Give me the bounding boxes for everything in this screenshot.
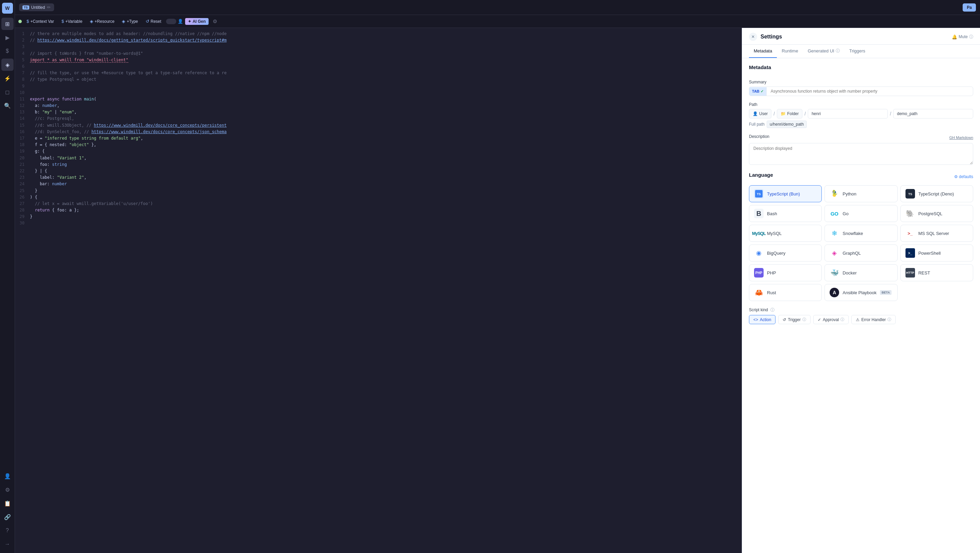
- code-line: 1// there are multiple modes to add as h…: [15, 31, 742, 37]
- user-icon: 👤: [753, 112, 758, 116]
- script-kind-options: <> Action ↺ Trigger ⓘ ✓ Approval ⓘ: [749, 315, 973, 324]
- context-var-button[interactable]: $ +Context Var: [24, 18, 57, 25]
- lang-docker[interactable]: 🐳 Docker: [824, 264, 897, 281]
- lang-python[interactable]: 🐍 Python: [824, 185, 897, 202]
- code-line: 23 label: "Variant 2",: [15, 174, 742, 181]
- lang-bigquery[interactable]: ◉ BigQuery: [749, 244, 822, 261]
- sidebar-item-flows[interactable]: ⚡: [2, 72, 14, 84]
- sidebar-item-audit[interactable]: 📋: [2, 497, 14, 509]
- script-kind-field: Script kind ⓘ <> Action ↺ Trigger ⓘ: [749, 307, 973, 324]
- code-line: 29}: [15, 214, 742, 220]
- app-logo[interactable]: W: [2, 3, 13, 14]
- trigger-info-icon: ⓘ: [802, 317, 806, 322]
- sidebar-item-search[interactable]: 🔍: [2, 99, 14, 112]
- kind-error-handler-button[interactable]: ⚠ Error Handler ⓘ: [851, 315, 896, 324]
- sidebar-item-deploy[interactable]: →: [2, 538, 14, 550]
- lang-powershell[interactable]: >_ PowerShell: [900, 244, 973, 261]
- bash-icon: B: [754, 209, 764, 218]
- tab-generated-ui[interactable]: Generated UI ⓘ: [803, 45, 845, 58]
- lang-snowflake[interactable]: ❄ Snowflake: [824, 225, 897, 242]
- rust-label: Rust: [767, 290, 776, 295]
- tab-badge: TAB ✓: [749, 87, 767, 96]
- docker-label: Docker: [843, 270, 856, 276]
- sidebar-item-scripts[interactable]: ◈: [2, 59, 14, 71]
- kind-trigger-button[interactable]: ↺ Trigger ⓘ: [778, 315, 811, 324]
- path-field: Path 👤 User / 📁 Folder / /: [749, 102, 973, 128]
- snowflake-label: Snowflake: [843, 231, 863, 236]
- toolbar-gear-icon[interactable]: ⚙: [211, 18, 219, 25]
- sidebar-item-settings[interactable]: ⚙: [2, 483, 14, 496]
- code-line: 7// fill the type, or use the +Resource …: [15, 70, 742, 76]
- rest-label: REST: [918, 270, 930, 276]
- status-dot: [18, 20, 22, 23]
- code-line: 6: [15, 63, 742, 70]
- code-editor[interactable]: 1// there are multiple modes to add as h…: [15, 28, 742, 553]
- type-button[interactable]: ◈ +Type: [119, 18, 140, 25]
- description-textarea[interactable]: [749, 143, 973, 165]
- settings-title: Settings: [760, 34, 782, 40]
- topbar-right-button[interactable]: Pa: [963, 3, 976, 11]
- path-name-input[interactable]: [893, 109, 973, 118]
- variable-button[interactable]: $ +Variable: [59, 18, 85, 25]
- sidebar-item-resources[interactable]: $: [2, 45, 14, 57]
- sidebar-item-run[interactable]: ▶: [2, 31, 14, 44]
- context-var-label: +Context Var: [30, 19, 54, 24]
- bigquery-icon: ◉: [754, 248, 764, 258]
- tab-triggers[interactable]: Triggers: [845, 45, 870, 58]
- settings-panel: ✕ Settings 🔔 Mute ⓘ Metadata Runtime Gen…: [742, 28, 980, 553]
- reset-button[interactable]: ↺ Reset: [143, 18, 164, 25]
- metadata-section-title: Metadata: [749, 64, 973, 70]
- code-line: 4// import { toWords } from "number-to-w…: [15, 50, 742, 57]
- file-tab[interactable]: TS Untitled ✏: [19, 3, 54, 11]
- resource-label: +Resource: [95, 19, 115, 24]
- code-line: 18 f = { nested: "object" },: [15, 142, 742, 148]
- lang-graphql[interactable]: ◈ GraphQL: [824, 244, 897, 261]
- mute-button[interactable]: 🔔 Mute ⓘ: [952, 34, 973, 40]
- lang-bash[interactable]: B Bash: [749, 205, 822, 222]
- folder-dropdown[interactable]: 📁 Folder: [777, 109, 802, 118]
- settings-close-button[interactable]: ✕: [749, 33, 757, 41]
- mysql-label: MySQL: [767, 231, 782, 236]
- sidebar-item-apps[interactable]: ◻: [2, 86, 14, 98]
- summary-input[interactable]: [767, 87, 973, 96]
- lang-ansible[interactable]: A Ansible Playbook BETA: [824, 284, 897, 301]
- description-header: Description GH Markdown: [749, 134, 973, 141]
- lang-php[interactable]: PHP PHP: [749, 264, 822, 281]
- lang-typescript-deno[interactable]: TS TypeScript (Deno): [900, 185, 973, 202]
- ai-gen-button[interactable]: ✦ AI Gen: [185, 18, 208, 25]
- code-line: 14 //c: Postgresql,: [15, 115, 742, 122]
- defaults-link[interactable]: ⚙ defaults: [954, 174, 973, 179]
- lang-mysql[interactable]: MySQL MySQL: [749, 225, 822, 242]
- code-line: 20 label: "Variant 1",: [15, 155, 742, 161]
- lang-go[interactable]: GO Go: [824, 205, 897, 222]
- sidebar-item-users[interactable]: 👤: [2, 470, 14, 482]
- variable-icon: $: [62, 19, 64, 24]
- lang-postgresql[interactable]: 🐘 PostgreSQL: [900, 205, 973, 222]
- lang-rust[interactable]: 🦀 Rust: [749, 284, 822, 301]
- lang-rest[interactable]: HTTP REST: [900, 264, 973, 281]
- user-dropdown[interactable]: 👤 User: [749, 109, 772, 118]
- python-label: Python: [843, 191, 856, 196]
- code-line: 21 foo: string: [15, 161, 742, 168]
- mode-toggle[interactable]: [166, 19, 176, 24]
- kind-action-button[interactable]: <> Action: [749, 315, 775, 324]
- error-handler-info-icon: ⓘ: [888, 317, 891, 322]
- tab-metadata[interactable]: Metadata: [749, 45, 777, 58]
- toggle-wrap: 👤: [166, 19, 183, 24]
- edit-filename-icon[interactable]: ✏: [47, 5, 51, 10]
- sidebar-item-home[interactable]: ⊞: [2, 18, 14, 30]
- reset-icon: ↺: [146, 19, 150, 24]
- username-input[interactable]: [808, 109, 888, 118]
- sidebar-item-integrations[interactable]: 🔗: [2, 511, 14, 523]
- gh-markdown-link[interactable]: GH Markdown: [950, 135, 973, 140]
- code-line: 27 // let x = await wmill.getVariable('u…: [15, 201, 742, 207]
- kind-approval-button[interactable]: ✓ Approval ⓘ: [813, 315, 849, 324]
- lang-typescript-bun[interactable]: TS TypeScript (Bun): [749, 185, 822, 202]
- action-label: Action: [760, 317, 771, 322]
- sidebar-item-help[interactable]: ?: [2, 524, 14, 537]
- code-line: 5import * as wmill from "windmill-client…: [15, 57, 742, 63]
- code-line: 30: [15, 220, 742, 226]
- tab-runtime[interactable]: Runtime: [777, 45, 803, 58]
- lang-mssql[interactable]: >_ MS SQL Server: [900, 225, 973, 242]
- resource-button[interactable]: ◈ +Resource: [87, 18, 117, 25]
